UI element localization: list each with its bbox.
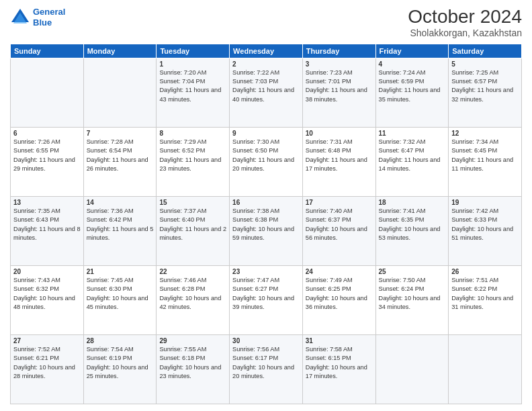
day-info: Sunrise: 7:28 AMSunset: 6:54 PMDaylight:… — [87, 138, 154, 173]
day-header-monday: Monday — [83, 44, 157, 58]
day-number: 16 — [232, 199, 300, 206]
day-number: 5 — [451, 60, 519, 68]
day-info: Sunrise: 7:29 AMSunset: 6:52 PMDaylight:… — [159, 138, 226, 173]
page: General Blue October 2024 Sholakkorgan, … — [0, 0, 532, 411]
day-number: 15 — [159, 199, 226, 206]
day-number: 8 — [159, 130, 226, 137]
day-info: Sunrise: 7:22 AMSunset: 7:03 PMDaylight:… — [232, 68, 300, 104]
week-row-4: 20Sunrise: 7:43 AMSunset: 6:32 PMDayligh… — [11, 265, 522, 334]
day-number: 3 — [306, 60, 373, 68]
month-title: October 2024 — [408, 7, 522, 28]
calendar-cell: 1Sunrise: 7:20 AMSunset: 7:04 PMDaylight… — [157, 58, 230, 127]
calendar-cell: 21Sunrise: 7:45 AMSunset: 6:30 PMDayligh… — [83, 265, 157, 334]
day-info: Sunrise: 7:36 AMSunset: 6:42 PMDaylight:… — [87, 207, 154, 242]
day-info: Sunrise: 7:24 AMSunset: 6:59 PMDaylight:… — [379, 68, 446, 104]
calendar-cell: 30Sunrise: 7:56 AMSunset: 6:17 PMDayligh… — [230, 334, 303, 404]
day-number: 28 — [87, 337, 154, 345]
calendar-cell: 26Sunrise: 7:51 AMSunset: 6:22 PMDayligh… — [449, 265, 522, 334]
calendar-cell: 9Sunrise: 7:30 AMSunset: 6:50 PMDaylight… — [230, 127, 303, 196]
day-number: 25 — [379, 268, 446, 275]
day-number: 7 — [87, 130, 154, 137]
calendar-cell — [83, 58, 157, 127]
header: General Blue October 2024 Sholakkorgan, … — [10, 7, 522, 38]
day-number: 17 — [306, 199, 373, 206]
day-number: 19 — [451, 199, 519, 206]
calendar-cell: 13Sunrise: 7:35 AMSunset: 6:43 PMDayligh… — [11, 196, 84, 265]
day-number: 11 — [379, 130, 446, 137]
day-info: Sunrise: 7:55 AMSunset: 6:18 PMDaylight:… — [159, 345, 226, 381]
day-info: Sunrise: 7:25 AMSunset: 6:57 PMDaylight:… — [451, 68, 519, 104]
day-info: Sunrise: 7:26 AMSunset: 6:55 PMDaylight:… — [13, 138, 81, 173]
day-info: Sunrise: 7:58 AMSunset: 6:15 PMDaylight:… — [306, 345, 373, 381]
logo-text: General Blue — [33, 7, 65, 28]
day-number: 20 — [13, 268, 81, 275]
calendar-cell: 18Sunrise: 7:41 AMSunset: 6:35 PMDayligh… — [375, 196, 449, 265]
day-number: 14 — [87, 199, 154, 206]
day-info: Sunrise: 7:54 AMSunset: 6:19 PMDaylight:… — [87, 345, 154, 381]
day-info: Sunrise: 7:20 AMSunset: 7:04 PMDaylight:… — [159, 68, 226, 104]
calendar-cell: 31Sunrise: 7:58 AMSunset: 6:15 PMDayligh… — [302, 334, 375, 404]
calendar-cell: 16Sunrise: 7:38 AMSunset: 6:38 PMDayligh… — [230, 196, 303, 265]
day-number: 22 — [159, 268, 226, 275]
day-info: Sunrise: 7:30 AMSunset: 6:50 PMDaylight:… — [232, 138, 300, 173]
calendar-cell: 10Sunrise: 7:31 AMSunset: 6:48 PMDayligh… — [302, 127, 375, 196]
location-subtitle: Sholakkorgan, Kazakhstan — [408, 28, 522, 38]
calendar-cell: 24Sunrise: 7:49 AMSunset: 6:25 PMDayligh… — [302, 265, 375, 334]
day-number: 4 — [379, 60, 446, 68]
calendar-cell: 5Sunrise: 7:25 AMSunset: 6:57 PMDaylight… — [449, 58, 522, 127]
day-number: 10 — [306, 130, 373, 137]
day-info: Sunrise: 7:31 AMSunset: 6:48 PMDaylight:… — [306, 138, 373, 173]
day-header-tuesday: Tuesday — [157, 44, 230, 58]
day-number: 13 — [13, 199, 81, 206]
day-number: 2 — [232, 60, 300, 68]
week-row-5: 27Sunrise: 7:52 AMSunset: 6:21 PMDayligh… — [11, 334, 522, 404]
calendar-cell: 15Sunrise: 7:37 AMSunset: 6:40 PMDayligh… — [157, 196, 230, 265]
calendar-cell: 19Sunrise: 7:42 AMSunset: 6:33 PMDayligh… — [449, 196, 522, 265]
week-row-3: 13Sunrise: 7:35 AMSunset: 6:43 PMDayligh… — [11, 196, 522, 265]
day-info: Sunrise: 7:34 AMSunset: 6:45 PMDaylight:… — [451, 138, 519, 173]
day-info: Sunrise: 7:50 AMSunset: 6:24 PMDaylight:… — [379, 276, 446, 312]
day-number: 30 — [232, 337, 300, 345]
day-number: 27 — [13, 337, 81, 345]
calendar-cell: 29Sunrise: 7:55 AMSunset: 6:18 PMDayligh… — [157, 334, 230, 404]
calendar-table: SundayMondayTuesdayWednesdayThursdayFrid… — [10, 44, 522, 404]
calendar-cell: 27Sunrise: 7:52 AMSunset: 6:21 PMDayligh… — [11, 334, 84, 404]
day-header-wednesday: Wednesday — [230, 44, 303, 58]
calendar-cell: 3Sunrise: 7:23 AMSunset: 7:01 PMDaylight… — [302, 58, 375, 127]
calendar-cell: 17Sunrise: 7:40 AMSunset: 6:37 PMDayligh… — [302, 196, 375, 265]
logo-line2: Blue — [33, 17, 52, 28]
calendar-cell: 2Sunrise: 7:22 AMSunset: 7:03 PMDaylight… — [230, 58, 303, 127]
day-info: Sunrise: 7:43 AMSunset: 6:32 PMDaylight:… — [13, 276, 81, 312]
day-info: Sunrise: 7:35 AMSunset: 6:43 PMDaylight:… — [13, 207, 81, 242]
day-number: 21 — [87, 268, 154, 275]
day-info: Sunrise: 7:32 AMSunset: 6:47 PMDaylight:… — [379, 138, 446, 173]
day-info: Sunrise: 7:46 AMSunset: 6:28 PMDaylight:… — [159, 276, 226, 312]
calendar-cell: 20Sunrise: 7:43 AMSunset: 6:32 PMDayligh… — [11, 265, 84, 334]
calendar-cell — [11, 58, 84, 127]
day-info: Sunrise: 7:41 AMSunset: 6:35 PMDaylight:… — [379, 207, 446, 242]
day-info: Sunrise: 7:47 AMSunset: 6:27 PMDaylight:… — [232, 276, 300, 312]
day-number: 1 — [159, 60, 226, 68]
day-number: 24 — [306, 268, 373, 275]
logo-icon — [10, 7, 30, 28]
day-number: 26 — [451, 268, 519, 275]
calendar-cell: 6Sunrise: 7:26 AMSunset: 6:55 PMDaylight… — [11, 127, 84, 196]
day-info: Sunrise: 7:56 AMSunset: 6:17 PMDaylight:… — [232, 345, 300, 381]
day-header-thursday: Thursday — [302, 44, 375, 58]
day-header-sunday: Sunday — [11, 44, 84, 58]
calendar-cell: 14Sunrise: 7:36 AMSunset: 6:42 PMDayligh… — [83, 196, 157, 265]
calendar-cell: 11Sunrise: 7:32 AMSunset: 6:47 PMDayligh… — [375, 127, 449, 196]
calendar-cell: 8Sunrise: 7:29 AMSunset: 6:52 PMDaylight… — [157, 127, 230, 196]
week-row-2: 6Sunrise: 7:26 AMSunset: 6:55 PMDaylight… — [11, 127, 522, 196]
day-info: Sunrise: 7:52 AMSunset: 6:21 PMDaylight:… — [13, 345, 81, 381]
logo-line1: General — [33, 7, 65, 17]
day-info: Sunrise: 7:49 AMSunset: 6:25 PMDaylight:… — [306, 276, 373, 312]
calendar-header-row: SundayMondayTuesdayWednesdayThursdayFrid… — [11, 44, 522, 58]
day-header-saturday: Saturday — [449, 44, 522, 58]
day-number: 9 — [232, 130, 300, 137]
day-info: Sunrise: 7:42 AMSunset: 6:33 PMDaylight:… — [451, 207, 519, 242]
day-number: 6 — [13, 130, 81, 137]
day-info: Sunrise: 7:23 AMSunset: 7:01 PMDaylight:… — [306, 68, 373, 104]
day-info: Sunrise: 7:38 AMSunset: 6:38 PMDaylight:… — [232, 207, 300, 242]
day-info: Sunrise: 7:51 AMSunset: 6:22 PMDaylight:… — [451, 276, 519, 312]
